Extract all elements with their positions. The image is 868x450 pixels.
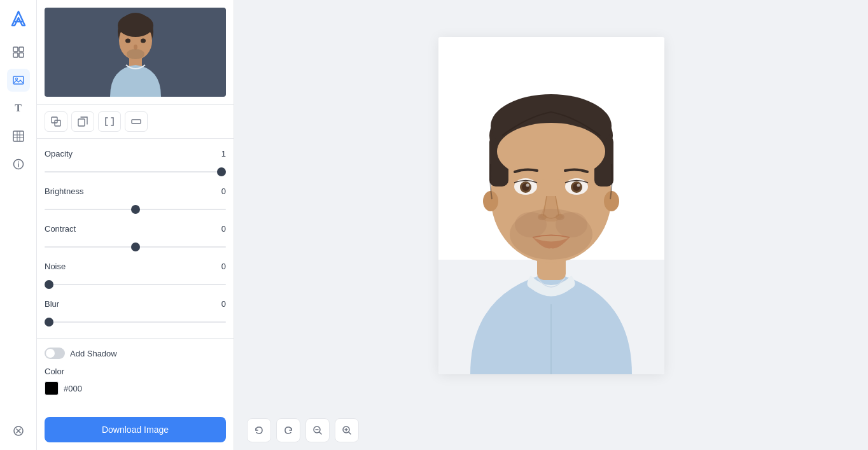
svg-rect-0 [13, 47, 18, 52]
svg-point-5 [15, 78, 17, 80]
color-label: Color [45, 367, 64, 376]
crop-copy-btn[interactable] [71, 111, 94, 132]
adjustments-panel: Opacity 1 Brightness 0 Contract 0 Noise [37, 139, 234, 338]
opacity-header: Opacity 1 [45, 149, 226, 158]
contrast-label: Contract [45, 224, 76, 234]
brightness-group: Brightness 0 [45, 186, 226, 213]
opacity-group: Opacity 1 [45, 149, 226, 175]
svg-rect-29 [132, 120, 141, 123]
sidebar-bottom [7, 419, 30, 450]
add-shadow-label: Add Shadow [70, 349, 117, 358]
shadow-color-hex: #000 [64, 384, 82, 393]
svg-point-13 [18, 162, 19, 163]
crop-tools [37, 105, 234, 139]
undo-button[interactable] [247, 418, 271, 442]
noise-label: Noise [45, 262, 66, 271]
sidebar-pattern-btn[interactable] [7, 125, 30, 148]
svg-point-53 [556, 212, 587, 237]
svg-point-23 [125, 39, 130, 43]
main-portrait [438, 37, 664, 374]
opacity-slider[interactable] [45, 171, 226, 172]
blur-value: 0 [221, 299, 226, 309]
brightness-label: Brightness [45, 186, 83, 196]
photo-frame [438, 37, 664, 374]
crop-overlap-btn[interactable] [45, 111, 67, 132]
svg-rect-2 [13, 53, 18, 57]
svg-point-45 [526, 183, 529, 186]
sidebar-grid-btn[interactable] [7, 41, 30, 64]
tools-panel: Opacity 1 Brightness 0 Contract 0 Noise [37, 0, 234, 450]
blur-header: Blur 0 [45, 299, 226, 309]
svg-line-61 [349, 432, 351, 434]
svg-point-25 [134, 45, 137, 50]
contrast-value: 0 [221, 224, 226, 234]
brightness-header: Brightness 0 [45, 186, 226, 196]
noise-header: Noise 0 [45, 262, 226, 271]
noise-group: Noise 0 [45, 262, 226, 288]
icon-sidebar: T [0, 0, 37, 450]
color-swatch-row: #000 [45, 381, 226, 395]
sidebar-close-btn[interactable] [7, 419, 30, 442]
svg-rect-4 [13, 76, 24, 84]
svg-point-48 [577, 183, 580, 186]
zoom-in-button[interactable] [335, 418, 359, 442]
brightness-value: 0 [221, 186, 226, 196]
opacity-label: Opacity [45, 149, 73, 158]
thumbnail-image [45, 8, 226, 97]
main-canvas [234, 0, 868, 450]
redo-button[interactable] [276, 418, 300, 442]
shadow-toggle-row: Add Shadow [45, 348, 226, 359]
svg-rect-3 [19, 53, 24, 57]
noise-slider[interactable] [45, 284, 226, 285]
svg-rect-6 [13, 131, 24, 141]
app-logo [7, 8, 30, 31]
svg-point-38 [497, 123, 605, 180]
bottom-toolbar [234, 411, 868, 450]
svg-point-24 [141, 39, 146, 43]
sidebar-info-btn[interactable] [7, 153, 30, 176]
contrast-header: Contract 0 [45, 224, 226, 234]
crop-ratio-btn[interactable] [125, 111, 148, 132]
svg-point-52 [515, 212, 547, 237]
svg-line-57 [319, 432, 321, 434]
sidebar-text-btn[interactable]: T [7, 97, 30, 120]
canvas-content [234, 0, 868, 411]
contrast-group: Contract 0 [45, 224, 226, 250]
svg-point-22 [127, 49, 144, 59]
blur-group: Blur 0 [45, 299, 226, 325]
brightness-slider[interactable] [45, 209, 226, 210]
download-button[interactable]: Download Image [45, 417, 226, 442]
zoom-out-button[interactable] [305, 418, 330, 442]
svg-rect-1 [19, 47, 24, 52]
color-row: Color [45, 367, 226, 376]
blur-label: Blur [45, 299, 59, 309]
noise-value: 0 [221, 262, 226, 271]
shadow-section: Add Shadow Color #000 [37, 338, 234, 409]
shadow-toggle[interactable] [45, 348, 65, 359]
crop-bracket-btn[interactable] [98, 111, 121, 132]
svg-rect-28 [78, 119, 85, 126]
thumbnail-area [37, 0, 234, 105]
contrast-slider[interactable] [45, 246, 226, 248]
sidebar-image-btn[interactable] [7, 69, 30, 92]
opacity-value: 1 [221, 149, 226, 158]
blur-slider[interactable] [45, 321, 226, 323]
toggle-knob [46, 349, 55, 358]
svg-point-20 [118, 14, 153, 37]
shadow-color-swatch[interactable] [45, 381, 59, 395]
